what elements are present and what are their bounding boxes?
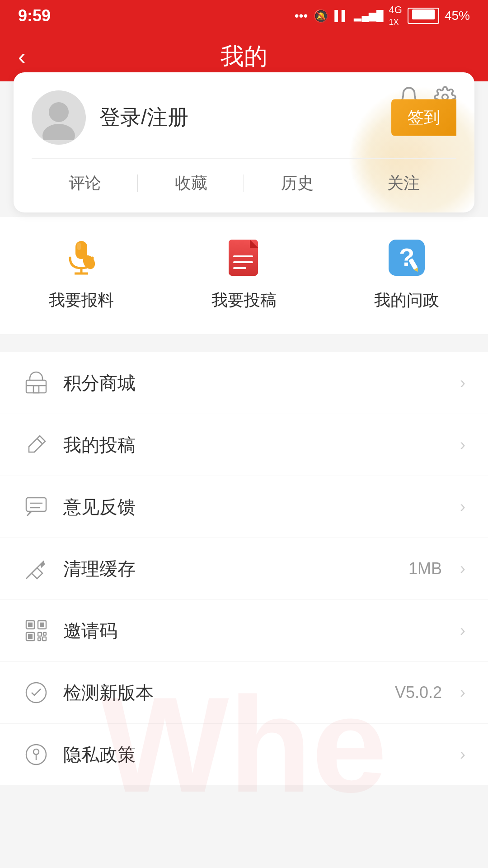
check-version-label: 检测新版本: [63, 680, 381, 705]
mic-icon: [59, 235, 104, 280]
svg-rect-33: [42, 637, 46, 641]
action-question[interactable]: ? 我的问政: [325, 235, 488, 311]
svg-rect-30: [38, 632, 42, 636]
menu-item-invite-code[interactable]: 邀请码 ›: [0, 600, 488, 662]
svg-rect-32: [38, 638, 41, 641]
store-icon: [23, 369, 50, 396]
svg-rect-21: [26, 498, 46, 511]
svg-rect-29: [28, 634, 33, 639]
menu-item-feedback[interactable]: 意见反馈 ›: [0, 476, 488, 538]
privacy-label: 隐私政策: [63, 742, 428, 767]
back-button[interactable]: ‹: [18, 45, 26, 68]
mute-icon: 🔕: [313, 9, 329, 24]
invite-code-arrow: ›: [460, 621, 465, 640]
stat-history[interactable]: 历史: [244, 172, 350, 194]
doc-icon: [221, 235, 267, 280]
login-link[interactable]: 登录/注册: [99, 104, 188, 132]
svg-rect-4: [77, 243, 81, 250]
clear-cache-value: 1MB: [408, 559, 442, 578]
svg-point-1: [49, 102, 69, 122]
signal-dots: •••: [295, 9, 308, 23]
action-report[interactable]: 我要报料: [0, 235, 163, 311]
feedback-arrow: ›: [460, 497, 465, 516]
quick-actions: 我要报料 我要投稿: [0, 217, 488, 334]
signin-button[interactable]: 签到: [391, 99, 456, 136]
clean-icon: [23, 555, 50, 582]
svg-line-20: [37, 439, 42, 444]
network-type: 4G1X: [389, 4, 402, 28]
menu-item-clear-cache[interactable]: 清理缓存 1MB ›: [0, 538, 488, 600]
check-version-value: V5.0.2: [395, 683, 442, 702]
stat-follow[interactable]: 关注: [350, 172, 456, 194]
clear-cache-label: 清理缓存: [63, 557, 395, 581]
stat-favorites[interactable]: 收藏: [138, 172, 244, 194]
my-submission-arrow: ›: [460, 435, 465, 454]
profile-card: 登录/注册 签到 评论 收藏 历史 关注: [14, 72, 474, 212]
menu-item-my-submission[interactable]: 我的投稿 ›: [0, 414, 488, 476]
edit-icon: [23, 431, 50, 458]
status-bar: 9:59 ••• 🔕 ▌▌ ▂▄▆█ 4G1X 45%: [0, 0, 488, 32]
menu-list: 积分商城 › 我的投稿 › 意见反馈 ›: [0, 352, 488, 785]
my-submission-label: 我的投稿: [63, 433, 428, 458]
privacy-arrow: ›: [460, 745, 465, 764]
svg-rect-19: [33, 386, 39, 393]
feedback-label: 意见反馈: [63, 495, 428, 519]
stat-favorites-label: 收藏: [175, 174, 207, 192]
points-mall-arrow: ›: [460, 373, 465, 392]
signal-icon: ▂▄▆█: [354, 10, 383, 22]
svg-point-34: [26, 683, 46, 703]
menu-item-privacy[interactable]: 隐私政策 ›: [0, 724, 488, 785]
feedback-icon: [23, 493, 50, 520]
invite-code-label: 邀请码: [63, 618, 428, 643]
help-icon: ?: [384, 235, 429, 280]
privacy-icon: [23, 741, 50, 768]
status-icons: ••• 🔕 ▌▌ ▂▄▆█ 4G1X 45%: [295, 4, 470, 28]
svg-rect-27: [40, 623, 44, 627]
profile-info[interactable]: 登录/注册 签到: [32, 90, 456, 145]
qr-icon: [23, 617, 50, 644]
battery-pct: 45%: [445, 9, 470, 23]
clear-cache-arrow: ›: [460, 559, 465, 578]
separator: [0, 334, 488, 343]
network-icon: ▌▌: [334, 10, 348, 22]
status-time: 9:59: [18, 6, 51, 25]
profile-stats: 评论 收藏 历史 关注: [32, 158, 456, 194]
stat-history-label: 历史: [281, 174, 314, 192]
points-mall-label: 积分商城: [63, 371, 428, 396]
stat-follow-label: 关注: [387, 174, 420, 192]
svg-rect-17: [26, 380, 46, 393]
stat-comments[interactable]: 评论: [32, 172, 138, 194]
svg-rect-31: [43, 632, 46, 635]
menu-item-points-mall[interactable]: 积分商城 ›: [0, 352, 488, 414]
stat-comments-label: 评论: [69, 174, 101, 192]
page-title: 我的: [221, 41, 267, 72]
action-question-label: 我的问政: [374, 289, 439, 311]
action-report-label: 我要报料: [49, 289, 114, 311]
avatar[interactable]: [32, 90, 86, 145]
svg-text:?: ?: [399, 243, 414, 271]
check-version-arrow: ›: [460, 683, 465, 702]
action-submit[interactable]: 我要投稿: [163, 235, 325, 311]
svg-rect-25: [28, 623, 33, 627]
version-icon: [23, 679, 50, 706]
action-submit-label: 我要投稿: [211, 289, 277, 311]
menu-item-check-version[interactable]: 检测新版本 V5.0.2 ›: [0, 662, 488, 724]
battery-icon: [408, 8, 439, 24]
svg-point-2: [42, 124, 75, 140]
svg-point-37: [35, 754, 37, 755]
